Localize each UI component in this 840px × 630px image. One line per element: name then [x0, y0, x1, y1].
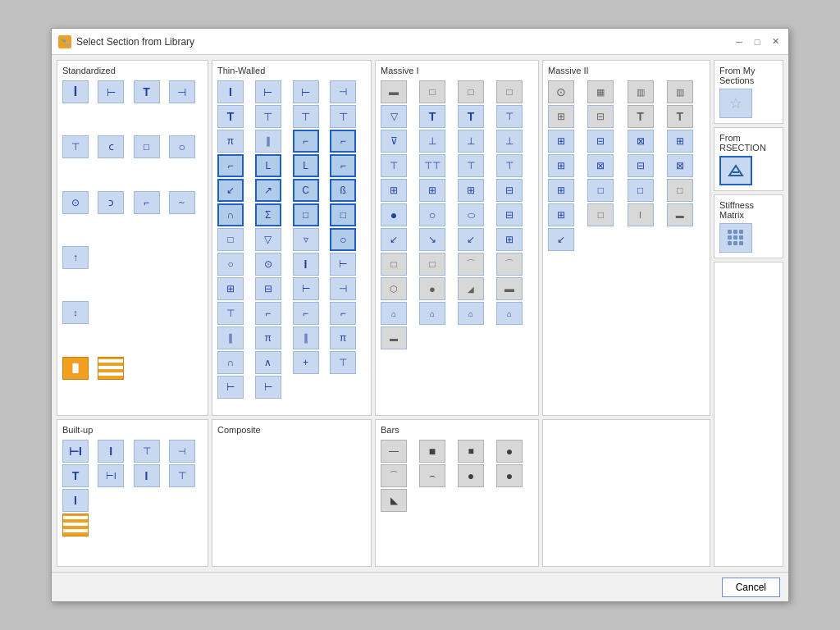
minimize-button[interactable]: ─ — [733, 35, 746, 48]
tw-icon[interactable]: ▽ — [255, 228, 281, 251]
tw-icon[interactable]: ⊢ — [255, 376, 281, 399]
tw-icon[interactable]: ⌐ — [330, 302, 356, 325]
mii-icon[interactable]: I — [628, 203, 654, 226]
bu-icon[interactable]: ⊤ — [169, 464, 195, 487]
mii-icon[interactable]: ⊠ — [667, 154, 693, 177]
tw-icon[interactable]: ⊢ — [293, 80, 319, 103]
mi-icon[interactable]: ⬡ — [381, 277, 407, 300]
tw-icon[interactable]: T — [217, 105, 244, 128]
tw-icon[interactable]: ⊤ — [255, 105, 281, 128]
tw-icon[interactable]: ∩ — [217, 203, 244, 226]
mi-icon[interactable]: ⊞ — [458, 179, 484, 202]
mi-icon[interactable]: ⊞ — [419, 179, 445, 202]
bu-icon[interactable]: ⊢I — [62, 440, 89, 463]
mi-icon[interactable]: ⌂ — [381, 302, 407, 325]
mi-icon[interactable]: ● — [381, 203, 407, 226]
tw-icon[interactable]: ▿ — [293, 228, 319, 251]
cancel-button[interactable]: Cancel — [722, 578, 780, 597]
bu-icon[interactable]: T — [62, 464, 89, 487]
mii-icon[interactable]: ⊞ — [548, 203, 574, 226]
tw-icon[interactable]: ⊢ — [293, 277, 319, 300]
tw-icon[interactable]: ∥ — [255, 130, 281, 153]
mi-icon[interactable]: ▬ — [381, 326, 407, 349]
mi-icon[interactable]: ↙ — [458, 228, 484, 251]
tw-icon[interactable]: ⊢ — [217, 376, 244, 399]
mi-icon[interactable]: ⊤ — [458, 154, 484, 177]
mi-icon[interactable]: ⊽ — [381, 130, 407, 153]
section-icon[interactable]: I — [62, 80, 89, 103]
mi-icon[interactable]: ⊤ — [496, 154, 523, 177]
bu-icon[interactable]: ⊤ — [134, 440, 160, 463]
mi-icon[interactable]: ⬭ — [458, 203, 484, 226]
mi-icon[interactable]: ⊤ — [496, 105, 523, 128]
section-icon[interactable]: ↑ — [62, 246, 89, 269]
tw-icon[interactable]: ↙ — [217, 179, 244, 202]
mi-icon[interactable]: ↘ — [419, 228, 445, 251]
mi-icon[interactable]: ▬ — [496, 277, 523, 300]
mii-icon[interactable]: ⊟ — [587, 105, 614, 128]
section-icon[interactable]: T — [134, 80, 160, 103]
maximize-button[interactable]: □ — [751, 35, 764, 48]
tw-icon[interactable]: C — [293, 179, 319, 202]
tw-icon[interactable]: ∩ — [217, 351, 244, 374]
mi-icon[interactable]: ⊟ — [496, 179, 523, 202]
mii-icon[interactable]: ⊠ — [587, 154, 614, 177]
mi-icon[interactable]: ⌒ — [496, 253, 523, 276]
mi-icon[interactable]: ● — [419, 277, 445, 300]
tw-icon[interactable]: ∥ — [217, 326, 244, 349]
tw-icon[interactable]: Σ — [255, 203, 281, 226]
mi-icon[interactable]: □ — [458, 80, 484, 103]
tw-icon[interactable]: ⊞ — [217, 277, 244, 300]
tw-icon[interactable]: ⌐ — [217, 154, 244, 177]
section-icon[interactable]: ～ — [169, 191, 195, 214]
tw-icon[interactable]: π — [217, 130, 244, 153]
bar-icon[interactable]: — — [381, 440, 407, 463]
tw-icon[interactable]: ⊤ — [293, 105, 319, 128]
bu-icon[interactable]: I — [62, 489, 89, 512]
tw-icon[interactable]: ○ — [217, 253, 244, 276]
tw-icon[interactable]: ⌐ — [330, 130, 356, 153]
mi-icon[interactable]: ⊟ — [496, 203, 523, 226]
bar-icon[interactable]: ⌢ — [419, 464, 445, 487]
bu-icon[interactable]: ⊢I — [98, 464, 124, 487]
mii-icon[interactable]: ⊟ — [628, 154, 654, 177]
mi-icon[interactable]: □ — [496, 80, 523, 103]
mi-icon[interactable]: ▽ — [381, 105, 407, 128]
tw-icon[interactable]: ⊙ — [255, 253, 281, 276]
tw-icon[interactable]: π — [255, 326, 281, 349]
tw-icon[interactable]: ⊟ — [255, 277, 281, 300]
mii-icon[interactable]: ⊞ — [548, 105, 574, 128]
tw-icon[interactable]: □ — [217, 228, 244, 251]
mi-icon[interactable]: ⊤⊤ — [419, 154, 445, 177]
mi-icon[interactable]: T — [458, 105, 484, 128]
tw-icon[interactable]: □ — [293, 203, 319, 226]
tw-icon[interactable]: ⌐ — [293, 302, 319, 325]
mii-icon[interactable]: ↙ — [548, 228, 574, 251]
section-icon[interactable]: ⌐ — [134, 191, 160, 214]
mi-icon[interactable]: ⊤ — [381, 154, 407, 177]
mi-icon[interactable]: ⊞ — [381, 179, 407, 202]
bu-icon[interactable]: ⊣ — [169, 440, 195, 463]
mii-icon[interactable]: ⊞ — [667, 130, 693, 153]
tw-icon[interactable]: ⊢ — [255, 80, 281, 103]
bar-icon[interactable]: ⌒ — [381, 464, 407, 487]
bar-icon[interactable]: ■ — [458, 440, 484, 463]
section-icon[interactable]: ○ — [169, 135, 195, 158]
close-button[interactable]: ✕ — [769, 35, 782, 48]
mi-icon[interactable]: ◢ — [458, 277, 484, 300]
mii-icon[interactable]: □ — [628, 179, 654, 202]
mii-icon[interactable]: ⊞ — [548, 130, 574, 153]
tw-icon[interactable]: ß — [330, 179, 356, 202]
mi-icon[interactable]: □ — [419, 253, 445, 276]
mi-icon[interactable]: ⌒ — [458, 253, 484, 276]
stiffness-matrix-icon[interactable] — [719, 223, 752, 253]
mii-icon[interactable]: ⊠ — [628, 130, 654, 153]
mi-icon[interactable]: ↙ — [381, 228, 407, 251]
mii-icon[interactable]: ⊟ — [587, 130, 614, 153]
mi-icon[interactable]: ⊥ — [419, 130, 445, 153]
mi-icon[interactable]: ⌂ — [458, 302, 484, 325]
tw-icon-selected2[interactable]: ○ — [330, 228, 356, 251]
tw-icon-selected[interactable]: ⌐ — [293, 130, 319, 153]
tw-icon[interactable]: L — [293, 154, 319, 177]
bu-icon[interactable]: I — [98, 440, 124, 463]
